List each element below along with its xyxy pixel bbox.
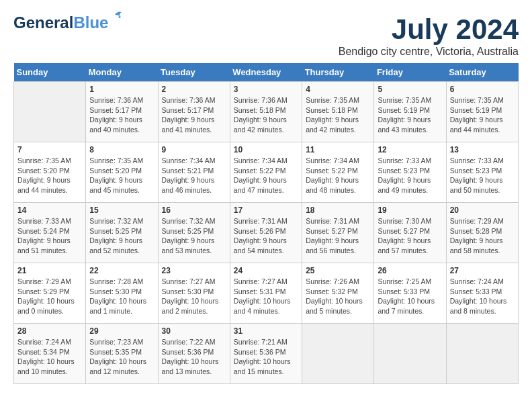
day-number: 28: [17, 326, 82, 336]
calendar-cell: 14Sunrise: 7:33 AM Sunset: 5:24 PM Dayli…: [14, 203, 86, 263]
calendar-cell: 20Sunrise: 7:29 AM Sunset: 5:28 PM Dayli…: [446, 203, 518, 263]
logo-general: General: [13, 13, 73, 32]
cell-info: Sunrise: 7:22 AM Sunset: 5:36 PM Dayligh…: [162, 337, 226, 377]
day-number: 26: [378, 266, 442, 275]
day-number: 18: [306, 205, 370, 215]
day-number: 25: [306, 266, 370, 275]
cell-info: Sunrise: 7:35 AM Sunset: 5:20 PM Dayligh…: [17, 156, 82, 195]
cell-info: Sunrise: 7:23 AM Sunset: 5:35 PM Dayligh…: [89, 337, 154, 377]
page-header: GeneralBlue July 2024 Bendigo city centr…: [13, 13, 519, 58]
cell-info: Sunrise: 7:29 AM Sunset: 5:28 PM Dayligh…: [450, 216, 515, 256]
cell-info: Sunrise: 7:34 AM Sunset: 5:22 PM Dayligh…: [234, 156, 298, 195]
calendar-cell: 8Sunrise: 7:35 AM Sunset: 5:20 PM Daylig…: [86, 142, 158, 203]
cell-info: Sunrise: 7:35 AM Sunset: 5:19 PM Dayligh…: [378, 95, 442, 135]
cell-info: Sunrise: 7:27 AM Sunset: 5:31 PM Dayligh…: [234, 277, 298, 316]
column-header-tuesday: Tuesday: [158, 63, 230, 82]
calendar-week-row: 21Sunrise: 7:29 AM Sunset: 5:29 PM Dayli…: [14, 263, 519, 324]
day-number: 6: [450, 85, 515, 94]
day-number: 9: [162, 145, 226, 154]
calendar-cell: 15Sunrise: 7:32 AM Sunset: 5:25 PM Dayli…: [86, 203, 158, 263]
cell-info: Sunrise: 7:32 AM Sunset: 5:25 PM Dayligh…: [89, 216, 154, 256]
day-number: 22: [89, 266, 154, 275]
calendar-cell: 5Sunrise: 7:35 AM Sunset: 5:19 PM Daylig…: [374, 82, 446, 142]
calendar-cell: 1Sunrise: 7:36 AM Sunset: 5:17 PM Daylig…: [86, 82, 158, 142]
day-number: 2: [162, 85, 226, 94]
calendar-cell: [446, 324, 518, 384]
column-header-sunday: Sunday: [14, 63, 86, 82]
cell-info: Sunrise: 7:29 AM Sunset: 5:29 PM Dayligh…: [17, 277, 82, 316]
calendar-cell: 7Sunrise: 7:35 AM Sunset: 5:20 PM Daylig…: [14, 142, 86, 203]
cell-info: Sunrise: 7:31 AM Sunset: 5:27 PM Dayligh…: [306, 216, 370, 256]
cell-info: Sunrise: 7:35 AM Sunset: 5:18 PM Dayligh…: [306, 95, 370, 135]
calendar-cell: 17Sunrise: 7:31 AM Sunset: 5:26 PM Dayli…: [230, 203, 302, 263]
day-number: 14: [17, 205, 82, 215]
calendar-cell: 10Sunrise: 7:34 AM Sunset: 5:22 PM Dayli…: [230, 142, 302, 203]
logo: GeneralBlue: [13, 13, 108, 32]
calendar-cell: 12Sunrise: 7:33 AM Sunset: 5:23 PM Dayli…: [374, 142, 446, 203]
column-header-wednesday: Wednesday: [230, 63, 302, 82]
calendar-cell: 31Sunrise: 7:21 AM Sunset: 5:36 PM Dayli…: [230, 324, 302, 384]
calendar-cell: 21Sunrise: 7:29 AM Sunset: 5:29 PM Dayli…: [14, 263, 86, 324]
title-block: July 2024 Bendigo city centre, Victoria,…: [339, 13, 519, 58]
calendar-cell: 30Sunrise: 7:22 AM Sunset: 5:36 PM Dayli…: [158, 324, 230, 384]
day-number: 17: [234, 205, 298, 215]
day-number: 15: [89, 205, 154, 215]
calendar-cell: 24Sunrise: 7:27 AM Sunset: 5:31 PM Dayli…: [230, 263, 302, 324]
day-number: 7: [17, 145, 82, 154]
day-number: 27: [450, 266, 515, 275]
column-header-friday: Friday: [374, 63, 446, 82]
calendar-cell: 22Sunrise: 7:28 AM Sunset: 5:30 PM Dayli…: [86, 263, 158, 324]
calendar-cell: 25Sunrise: 7:26 AM Sunset: 5:32 PM Dayli…: [302, 263, 374, 324]
column-header-monday: Monday: [86, 63, 158, 82]
cell-info: Sunrise: 7:28 AM Sunset: 5:30 PM Dayligh…: [89, 277, 154, 316]
cell-info: Sunrise: 7:25 AM Sunset: 5:33 PM Dayligh…: [378, 277, 442, 316]
cell-info: Sunrise: 7:24 AM Sunset: 5:34 PM Dayligh…: [17, 337, 82, 377]
calendar-week-row: 14Sunrise: 7:33 AM Sunset: 5:24 PM Dayli…: [14, 203, 519, 263]
day-number: 31: [234, 326, 298, 336]
day-number: 19: [378, 205, 442, 215]
month-title: July 2024: [339, 13, 519, 46]
calendar-cell: 13Sunrise: 7:33 AM Sunset: 5:23 PM Dayli…: [446, 142, 518, 203]
cell-info: Sunrise: 7:27 AM Sunset: 5:30 PM Dayligh…: [162, 277, 226, 316]
calendar-cell: 4Sunrise: 7:35 AM Sunset: 5:18 PM Daylig…: [302, 82, 374, 142]
calendar-cell: 27Sunrise: 7:24 AM Sunset: 5:33 PM Dayli…: [446, 263, 518, 324]
cell-info: Sunrise: 7:32 AM Sunset: 5:25 PM Dayligh…: [162, 216, 226, 256]
day-number: 13: [450, 145, 515, 154]
cell-info: Sunrise: 7:35 AM Sunset: 5:20 PM Dayligh…: [89, 156, 154, 195]
day-number: 8: [89, 145, 154, 154]
calendar-cell: 28Sunrise: 7:24 AM Sunset: 5:34 PM Dayli…: [14, 324, 86, 384]
calendar-cell: 19Sunrise: 7:30 AM Sunset: 5:27 PM Dayli…: [374, 203, 446, 263]
calendar-cell: 3Sunrise: 7:36 AM Sunset: 5:18 PM Daylig…: [230, 82, 302, 142]
day-number: 5: [378, 85, 442, 94]
cell-info: Sunrise: 7:33 AM Sunset: 5:23 PM Dayligh…: [378, 156, 442, 195]
cell-info: Sunrise: 7:26 AM Sunset: 5:32 PM Dayligh…: [306, 277, 370, 316]
calendar-week-row: 28Sunrise: 7:24 AM Sunset: 5:34 PM Dayli…: [14, 324, 519, 384]
calendar-cell: 26Sunrise: 7:25 AM Sunset: 5:33 PM Dayli…: [374, 263, 446, 324]
day-number: 30: [162, 326, 226, 336]
calendar-cell: 6Sunrise: 7:35 AM Sunset: 5:19 PM Daylig…: [446, 82, 518, 142]
cell-info: Sunrise: 7:31 AM Sunset: 5:26 PM Dayligh…: [234, 216, 298, 256]
calendar-cell: 11Sunrise: 7:34 AM Sunset: 5:22 PM Dayli…: [302, 142, 374, 203]
day-number: 21: [17, 266, 82, 275]
calendar-cell: 23Sunrise: 7:27 AM Sunset: 5:30 PM Dayli…: [158, 263, 230, 324]
day-number: 4: [306, 85, 370, 94]
day-number: 29: [89, 326, 154, 336]
day-number: 23: [162, 266, 226, 275]
logo-blue: Blue: [73, 13, 108, 32]
cell-info: Sunrise: 7:21 AM Sunset: 5:36 PM Dayligh…: [234, 337, 298, 377]
calendar-cell: [14, 82, 86, 142]
cell-info: Sunrise: 7:24 AM Sunset: 5:33 PM Dayligh…: [450, 277, 515, 316]
cell-info: Sunrise: 7:33 AM Sunset: 5:23 PM Dayligh…: [450, 156, 515, 195]
column-header-saturday: Saturday: [446, 63, 518, 82]
day-number: 24: [234, 266, 298, 275]
cell-info: Sunrise: 7:36 AM Sunset: 5:17 PM Dayligh…: [89, 95, 154, 135]
day-number: 16: [162, 205, 226, 215]
logo-bird-icon: [109, 8, 124, 23]
day-number: 12: [378, 145, 442, 154]
location: Bendigo city centre, Victoria, Australia: [339, 46, 519, 58]
column-header-thursday: Thursday: [302, 63, 374, 82]
day-number: 1: [89, 85, 154, 94]
calendar-cell: [302, 324, 374, 384]
calendar-header-row: SundayMondayTuesdayWednesdayThursdayFrid…: [14, 63, 519, 82]
calendar-cell: [374, 324, 446, 384]
